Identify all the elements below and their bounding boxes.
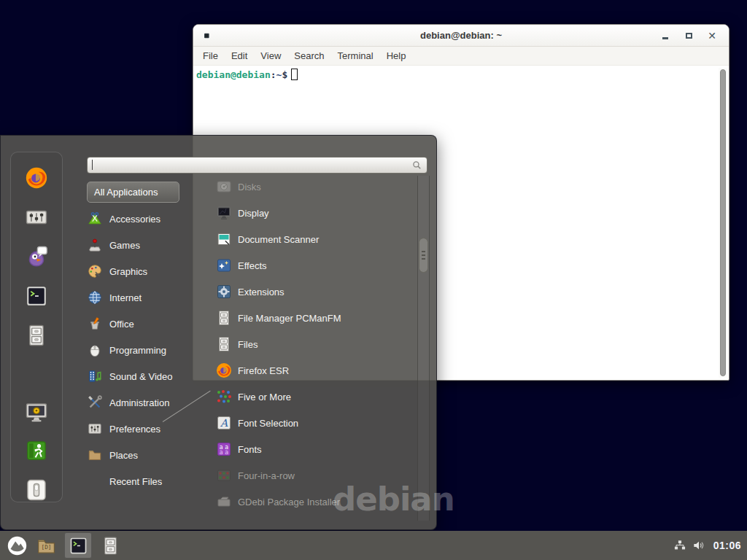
menu-scrollbar[interactable]	[417, 176, 430, 521]
favorite-firefox[interactable]	[24, 166, 49, 190]
firefox-icon	[215, 362, 233, 379]
accessories-icon	[87, 211, 103, 227]
category-preferences[interactable]: Preferences	[87, 416, 193, 442]
category-accessories[interactable]: Accessories	[87, 206, 193, 232]
taskbar: [D] 01:06	[0, 531, 747, 560]
application-list: DisksDisplayDocument ScannerEffectsExten…	[193, 174, 414, 522]
app-label: Disks	[238, 182, 261, 192]
favorite-control-center[interactable]	[24, 205, 49, 230]
search-icon	[411, 159, 423, 171]
app-five-or-more[interactable]: Five or More	[193, 384, 414, 410]
programming-icon	[87, 342, 103, 358]
menu-scrollbar-thumb[interactable]	[419, 238, 428, 273]
favorite-terminal[interactable]	[24, 284, 49, 308]
category-label: Office	[109, 319, 134, 330]
five-icon	[215, 388, 233, 405]
terminal-menu-terminal[interactable]: Terminal	[331, 48, 380, 63]
app-font-selection[interactable]: AFont Selection	[193, 410, 414, 436]
app-display[interactable]: Display	[193, 200, 414, 226]
category-recent-files[interactable]: Recent Files	[87, 468, 193, 494]
display-icon	[215, 204, 233, 222]
app-extensions[interactable]: Extensions	[193, 279, 414, 305]
app-label: Extensions	[238, 287, 285, 298]
app-label: Four-in-a-row	[238, 470, 295, 481]
app-disks[interactable]: Disks	[193, 174, 414, 200]
application-menu: All ApplicationsAccessoriesGamesGraphics…	[0, 135, 437, 530]
app-label: Effects	[238, 260, 267, 271]
terminal-scrollbar[interactable]	[719, 68, 727, 378]
terminal-menu-help[interactable]: Help	[380, 48, 413, 63]
extensions-icon	[215, 283, 233, 300]
app-effects[interactable]: Effects	[193, 252, 414, 279]
svg-text:A: A	[220, 417, 228, 429]
category-internet[interactable]: Internet	[87, 284, 193, 311]
terminal-scrollbar-thumb[interactable]	[720, 69, 726, 376]
app-gdebi-package-installer[interactable]: GDebi Package Installer	[193, 489, 414, 515]
taskbar-files[interactable]	[98, 532, 123, 559]
category-places[interactable]: Places	[87, 442, 193, 468]
favorite-shut-down[interactable]	[24, 478, 49, 502]
cabinet-icon	[215, 335, 233, 353]
category-label: Sound & Video	[109, 371, 173, 382]
app-files[interactable]: Files	[193, 331, 414, 357]
category-programming[interactable]: Programming	[87, 337, 193, 363]
close-icon: ✕	[708, 31, 716, 41]
terminal-menu-file[interactable]: File	[196, 48, 225, 63]
taskbar-terminal[interactable]	[64, 532, 92, 559]
category-list: All ApplicationsAccessoriesGamesGraphics…	[87, 179, 193, 494]
category-graphics[interactable]: Graphics	[87, 258, 193, 284]
terminal-icon	[68, 535, 89, 556]
app-document-scanner[interactable]: Document Scanner	[193, 226, 414, 252]
app-label: Files	[238, 339, 258, 350]
terminal-menu-edit[interactable]: Edit	[225, 48, 254, 63]
places-icon	[87, 447, 103, 463]
app-file-manager-pcmanfm[interactable]: File Manager PCManFM	[193, 305, 414, 331]
category-all-applications[interactable]: All Applications	[87, 182, 179, 203]
admin-icon	[87, 394, 103, 411]
network-icon[interactable]	[673, 538, 687, 553]
terminal-menu-view[interactable]: View	[254, 48, 287, 63]
app-firefox-esr[interactable]: Firefox ESR	[193, 357, 414, 384]
volume-icon[interactable]	[692, 538, 706, 553]
clock[interactable]: 01:06	[711, 540, 741, 551]
close-button[interactable]: ✕	[705, 29, 719, 42]
terminal-titlebar[interactable]: debian@debian: ~ ✕	[193, 25, 729, 47]
graphics-icon	[87, 263, 103, 279]
taskbar-menu-button[interactable]	[4, 532, 29, 559]
prompt-user: debian@debian	[196, 69, 271, 80]
favorites-panel	[10, 152, 63, 502]
search-input[interactable]	[87, 157, 427, 174]
cabinet-icon	[24, 323, 49, 348]
gdebi-icon	[215, 493, 233, 510]
category-sound-video[interactable]: Sound & Video	[87, 363, 193, 389]
category-label: Internet	[109, 292, 142, 303]
grip-line	[422, 258, 425, 260]
category-label: Recent Files	[109, 476, 162, 487]
category-label: Administration	[109, 397, 169, 408]
taskbar-file-manager[interactable]: [D]	[34, 532, 58, 559]
favorite-file-manager[interactable]	[24, 323, 49, 348]
maximize-button[interactable]	[682, 29, 695, 42]
cabinet-icon	[100, 535, 121, 556]
category-label: Programming	[109, 345, 166, 356]
svg-text:a a: a a	[220, 449, 228, 456]
grip-line	[422, 251, 425, 252]
category-office[interactable]: Office	[87, 311, 193, 337]
app-label: Five or More	[238, 392, 291, 402]
favorite-log-out[interactable]	[24, 438, 49, 463]
category-administration[interactable]: Administration	[87, 389, 193, 416]
favorite-lock-screen[interactable]	[24, 400, 49, 425]
category-label: Games	[109, 240, 140, 251]
app-four-in-a-row[interactable]: Four-in-a-row	[193, 462, 414, 489]
category-games[interactable]: Games	[87, 232, 193, 258]
menucircle-icon	[7, 535, 28, 556]
category-label: Graphics	[109, 266, 147, 277]
app-fonts[interactable]: a aa aFonts	[193, 436, 414, 462]
terminal-menu-search[interactable]: Search	[287, 48, 330, 63]
minimize-button[interactable]	[659, 29, 672, 42]
category-label: Preferences	[109, 424, 160, 435]
scanner-icon	[215, 230, 233, 248]
app-label: Document Scanner	[238, 234, 319, 245]
terminal-icon	[24, 284, 49, 308]
favorite-pidgin[interactable]	[24, 244, 49, 269]
